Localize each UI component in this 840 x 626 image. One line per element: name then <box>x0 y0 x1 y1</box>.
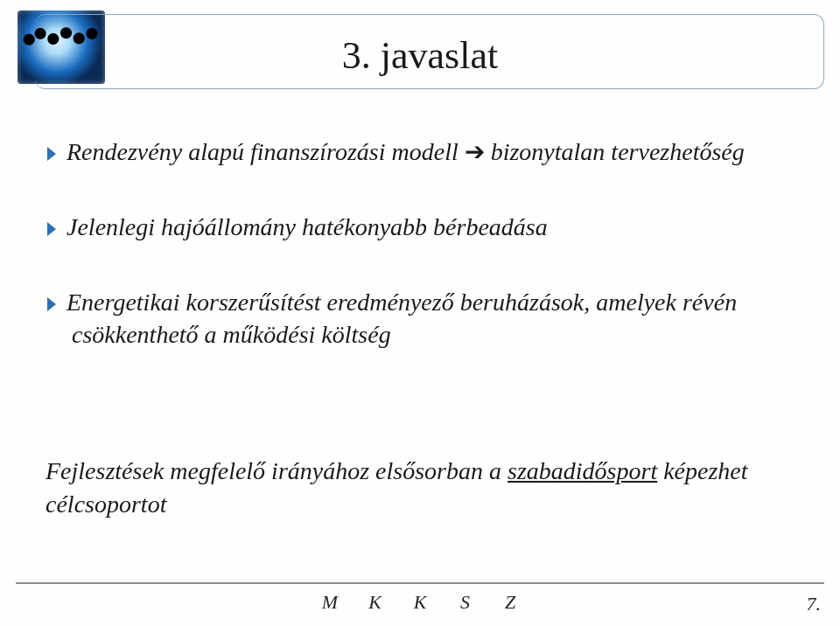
chevron-icon <box>46 211 66 244</box>
svg-marker-2 <box>47 297 56 311</box>
bullet-text: Rendezvény alapú finanszírozási modell <box>66 138 465 165</box>
right-arrow-icon: ➔ <box>465 138 485 165</box>
footer-acronym: M K K S Z <box>0 591 840 614</box>
footer-divider <box>16 582 824 584</box>
bullet-item: Energetikai korszerűsítést eredményező b… <box>46 286 788 352</box>
conclusion-underlined: szabadidősport <box>508 457 657 484</box>
bullet-text: Jelenlegi hajóállomány hatékonyabb bérbe… <box>66 213 548 240</box>
content-body: Rendezvény alapú finanszírozási modell ➔… <box>46 136 788 393</box>
footer-letter: M <box>310 591 350 614</box>
bullet-text-tail: bizonytalan tervezhetőség <box>485 138 745 165</box>
svg-marker-0 <box>47 147 56 161</box>
conclusion-text: Fejlesztések megfelelő irányához elsősor… <box>46 455 788 521</box>
slide: 3. javaslat Rendezvény alapú finanszíroz… <box>0 0 840 626</box>
slide-title: 3. javaslat <box>0 33 840 78</box>
bullet-item: Jelenlegi hajóállomány hatékonyabb bérbe… <box>46 211 788 244</box>
footer-letter: S <box>445 591 486 614</box>
chevron-icon <box>46 286 66 319</box>
bullet-text: Energetikai korszerűsítést eredményező b… <box>66 289 737 349</box>
conclusion-lead: Fejlesztések megfelelő irányához elsősor… <box>46 457 508 484</box>
page-number: 7. <box>807 593 822 616</box>
svg-marker-1 <box>47 222 56 236</box>
title-region: 3. javaslat <box>0 9 840 96</box>
chevron-icon <box>46 136 66 169</box>
footer-letter: K <box>400 591 440 614</box>
footer-letter: K <box>355 591 396 614</box>
footer-letter: Z <box>490 591 530 614</box>
bullet-item: Rendezvény alapú finanszírozási modell ➔… <box>46 136 788 169</box>
